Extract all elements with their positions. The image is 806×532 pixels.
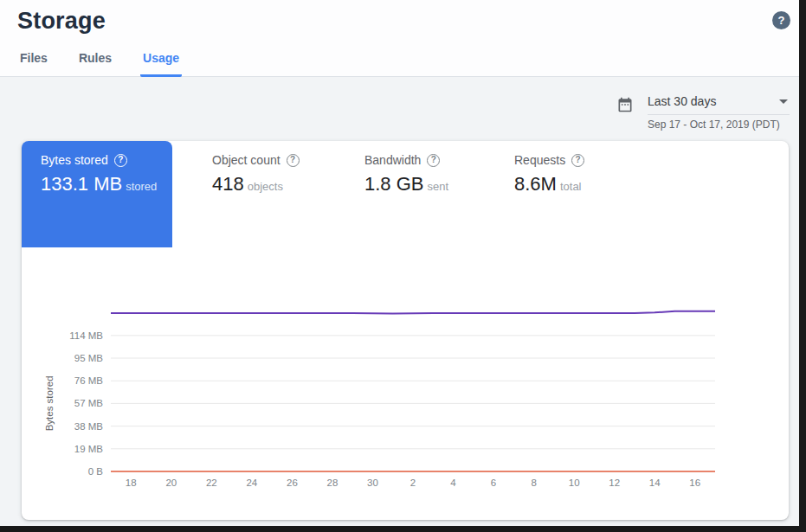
- help-icon: ?: [778, 14, 785, 27]
- x-tick-label: 2: [410, 478, 416, 488]
- stat-value: 418objects: [212, 173, 300, 195]
- stat-label-text: Requests: [514, 153, 565, 167]
- date-range-label: Last 30 days: [648, 94, 716, 108]
- stat-label: Bytes stored ?: [41, 153, 172, 167]
- stat-unit: sent: [427, 180, 448, 193]
- y-tick-label: 57 MB: [74, 398, 104, 408]
- date-range-text: Last 30 days Sep 17 - Oct 17, 2019 (PDT): [648, 94, 790, 131]
- series-line: [111, 311, 715, 314]
- y-tick-label: 38 MB: [74, 421, 104, 432]
- tab-files[interactable]: Files: [17, 51, 50, 77]
- stat-value: 1.8 GBsent: [364, 173, 448, 195]
- y-tick-label: 0 B: [88, 466, 104, 477]
- y-tick-label: 76 MB: [74, 375, 104, 386]
- y-tick-label: 114 MB: [69, 330, 103, 341]
- stat-unit: total: [560, 180, 582, 193]
- stat-value: 8.6Mtotal: [514, 173, 584, 195]
- stat-unit: stored: [126, 180, 157, 193]
- x-tick-label: 24: [246, 478, 257, 488]
- x-tick-label: 22: [206, 478, 217, 488]
- tab-rules[interactable]: Rules: [76, 51, 114, 77]
- stat-value-text: 418: [212, 173, 244, 195]
- stat-tile-bandwidth[interactable]: Bandwidth ? 1.8 GBsent: [345, 141, 448, 195]
- y-tick-label: 19 MB: [74, 444, 104, 454]
- caret-down-icon: [779, 99, 788, 104]
- x-tick-label: 28: [327, 478, 339, 488]
- stat-value-text: 8.6M: [514, 173, 557, 195]
- stat-label-text: Object count: [212, 153, 280, 167]
- help-icon[interactable]: ?: [287, 154, 300, 167]
- x-tick-label: 4: [450, 478, 456, 488]
- x-tick-label: 18: [126, 478, 137, 488]
- x-tick-label: 26: [287, 478, 298, 488]
- y-tick-label: 95 MB: [74, 353, 104, 363]
- x-tick-label: 10: [569, 478, 580, 488]
- help-icon[interactable]: ?: [427, 154, 440, 167]
- stat-label: Requests ?: [514, 153, 584, 167]
- stat-value-text: 133.1 MB: [41, 173, 122, 195]
- y-axis-title: Bytes stored: [44, 375, 55, 431]
- stat-label-text: Bytes stored: [41, 153, 108, 167]
- x-tick-label: 20: [165, 478, 177, 488]
- stat-label: Bandwidth ?: [364, 153, 448, 167]
- x-tick-label: 6: [491, 478, 496, 488]
- page-title: Storage: [17, 8, 106, 35]
- page-header: Storage ? Files Rules Usage: [0, 0, 799, 77]
- stat-value-text: 1.8 GB: [364, 173, 423, 195]
- stat-value: 133.1 MBstored: [41, 173, 172, 195]
- x-tick-label: 16: [689, 478, 700, 488]
- stat-tile-bytes-stored[interactable]: Bytes stored ? 133.1 MBstored: [22, 141, 172, 247]
- calendar-icon: [616, 96, 634, 113]
- tab-usage[interactable]: Usage: [140, 51, 182, 77]
- usage-chart: 0 B19 MB38 MB57 MB76 MB95 MB114 MB182022…: [22, 290, 789, 508]
- help-icon[interactable]: ?: [114, 154, 127, 167]
- date-range-detail: Sep 17 - Oct 17, 2019 (PDT): [648, 119, 790, 131]
- x-tick-label: 30: [367, 478, 378, 488]
- tab-bar: Files Rules Usage: [17, 51, 208, 77]
- x-tick-label: 12: [609, 478, 620, 488]
- help-button[interactable]: ?: [772, 11, 790, 29]
- usage-card: Bytes stored ? 133.1 MBstored Object cou…: [22, 141, 789, 520]
- stat-unit: objects: [248, 180, 283, 193]
- app-window: Storage ? Files Rules Usage Last 30 days…: [0, 0, 806, 532]
- stat-tile-object-count[interactable]: Object count ? 418objects: [193, 141, 300, 195]
- x-tick-label: 8: [531, 478, 536, 488]
- help-icon[interactable]: ?: [571, 154, 584, 167]
- stat-label: Object count ?: [212, 153, 300, 167]
- date-range-row: Last 30 days: [648, 94, 790, 115]
- stat-tile-requests[interactable]: Requests ? 8.6Mtotal: [495, 141, 584, 195]
- stat-label-text: Bandwidth: [364, 153, 421, 167]
- date-range-picker[interactable]: Last 30 days Sep 17 - Oct 17, 2019 (PDT): [616, 94, 790, 131]
- x-tick-label: 14: [649, 478, 661, 488]
